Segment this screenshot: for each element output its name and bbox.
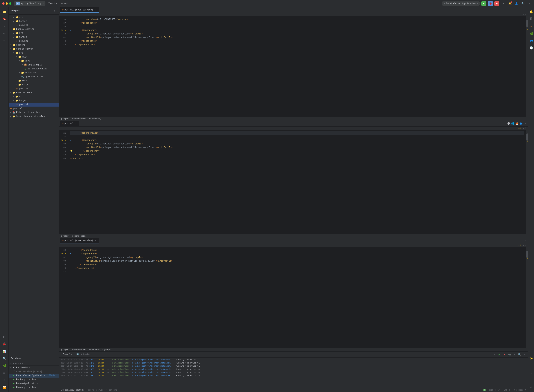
services-stop-all[interactable]: ■ (13, 362, 14, 365)
editor-tab-eureka-pom[interactable]: m pom.xml ✕ (60, 121, 79, 126)
actuator-tab[interactable]: 🔄 Actuator (74, 352, 93, 357)
expand-arrow[interactable]: ▼ (18, 60, 21, 62)
console-stop-button[interactable]: ■ (502, 353, 506, 357)
expand-arrow[interactable]: ▼ (9, 44, 12, 46)
status-breadcrumb1[interactable]: borrow-service (88, 389, 105, 391)
editor-scrollbar-2[interactable] (526, 130, 528, 234)
expand-arrow[interactable]: ▼ (9, 48, 12, 50)
services-tree[interactable]: ⬡ ■ 👁 ⚲ ⬆ + ▼ ▶ Run Dashboard // user-se… (9, 361, 59, 392)
more-button[interactable]: ⋯ (501, 1, 506, 6)
code-content-1[interactable]: <version>0.0.1-SNAPSHOT</version> </depe… (68, 16, 526, 117)
console-output[interactable]: 2024-10-18 19:22:16.467 INFO 10234 --- [… (59, 358, 528, 388)
services-eye[interactable]: 👁 (15, 362, 17, 365)
expand-arrow[interactable]: ▼ (9, 367, 12, 369)
plugins-button[interactable]: ⚙ (1, 30, 8, 37)
spring-button[interactable]: 🌿 (1, 362, 8, 369)
profiler-button[interactable]: 📊 (1, 348, 8, 355)
expand-arrow[interactable]: ▼ (9, 92, 12, 93)
console-resume-button[interactable]: ▶ (497, 353, 501, 357)
code-editor-3[interactable]: 35 36 ● 37 38 39 40 41 </dependency> (59, 247, 528, 348)
sidebar-action-btn[interactable]: ⚙ (52, 9, 57, 13)
breadcrumb-project[interactable]: project (61, 118, 70, 120)
db-button[interactable]: 🗄 (528, 16, 534, 22)
scrollbar-thumb[interactable] (526, 251, 528, 258)
services-item-eureka[interactable]: ▶ EurekaServerApplication :8888/ (9, 373, 59, 378)
maximize-button[interactable] (9, 2, 11, 5)
console-screenshot-button[interactable]: 📷 (507, 353, 512, 357)
warning-nav-up[interactable]: ∧ (522, 244, 524, 247)
sidebar-item-borrow-service[interactable]: ▼ 📁 borrow-service (9, 27, 59, 31)
services-item-book[interactable]: ▶ BookApplication (9, 378, 59, 382)
sidebar-item-target3[interactable]: ▶ 📁 target (9, 83, 59, 87)
close-button[interactable] (2, 2, 5, 5)
warning-nav-up[interactable]: ∧ (522, 127, 524, 129)
console-search-button[interactable]: 🔍 (517, 353, 522, 357)
status-line-ending[interactable]: LF (497, 389, 500, 391)
expand-arrow[interactable]: ▶ (12, 32, 15, 34)
expand-arrow[interactable]: ▼ (12, 52, 15, 54)
sidebar-item-user-service[interactable]: ▼ 📁 user-service (9, 91, 59, 95)
expand-button[interactable]: ⊕ (528, 384, 534, 391)
console-restart-button[interactable]: ↺ (492, 353, 497, 357)
maven-right-button[interactable]: m (528, 23, 534, 30)
editor-tab-book-pom[interactable]: m pom.xml (book-service) ✕ (60, 7, 99, 13)
code-content-3[interactable]: </dependency> ● <dependency> <groupId>or… (68, 247, 526, 348)
expand-arrow[interactable]: ▼ (9, 28, 12, 30)
status-position[interactable]: 42:19 (488, 389, 493, 391)
tab-close-button[interactable]: ✕ (75, 122, 77, 125)
expand-arrow[interactable]: ▶ (15, 84, 18, 86)
breadcrumb-project[interactable]: project (61, 349, 70, 351)
breadcrumb-dependencies[interactable]: dependencies (72, 349, 87, 351)
sidebar-item-src4[interactable]: ▶ 📁 src (9, 95, 59, 99)
panel-more-button[interactable]: ⋯ (523, 8, 528, 12)
sidebar-item-src1[interactable]: ▶ 📁 src (9, 15, 59, 19)
sidebar-item-org-example[interactable]: ▼ 📦 org.example (9, 63, 59, 67)
bookmarks-button[interactable]: 🔖 (1, 16, 8, 22)
status-indent[interactable]: 4 spaces (514, 389, 524, 391)
scrollbar-thumb[interactable] (526, 133, 528, 141)
minimize-button[interactable] (6, 2, 8, 5)
sidebar-item-pom4[interactable]: m pom.xml (9, 103, 59, 107)
expand-arrow[interactable]: ▼ (15, 56, 18, 58)
project-view-button[interactable]: 📁 (1, 9, 8, 15)
structure-button[interactable]: ☰ (1, 370, 8, 376)
breadcrumb-dependencies[interactable]: dependencies (72, 235, 87, 237)
services-item-user-clean[interactable]: // user-service [clean] (9, 370, 59, 373)
debug-button[interactable]: 🐞 (488, 1, 493, 6)
stop-button[interactable]: ■ (494, 1, 499, 6)
warning-nav-down[interactable]: ∨ (525, 13, 527, 16)
scroll-up-button[interactable]: ↑ (528, 362, 534, 369)
status-git-branch[interactable]: ⎇ springCloudStudy (61, 389, 84, 391)
status-breadcrumb2[interactable]: pom.xml (109, 389, 117, 391)
expand-arrow[interactable]: ▶ (15, 80, 18, 82)
expand-arrow[interactable]: ▶ (12, 36, 15, 38)
sidebar-item-commons[interactable]: ▼ 📁 commons (9, 43, 59, 47)
expand-arrow[interactable]: ▶ (12, 20, 15, 22)
expand-arrow[interactable]: ▶ (12, 96, 15, 98)
breadcrumb-dependency[interactable]: dependency (89, 118, 101, 120)
code-content-2[interactable]: <dependencies> ● <dependency> <groupId>o… (68, 130, 526, 234)
breadcrumb-dependency[interactable]: dependency (89, 349, 101, 351)
sidebar-item-ext-libs[interactable]: ▶ 📚 External Libraries (9, 111, 59, 115)
sidebar-item-resources[interactable]: ▼ 📁 resources (9, 71, 59, 75)
status-share-icon[interactable]: ⬆ (525, 389, 526, 391)
warning-nav-down[interactable]: ∨ (525, 244, 527, 247)
run-config-selector[interactable]: ◉ EurekaServerApplication ▾ (442, 1, 480, 6)
expand-arrow[interactable]: ▶ (12, 16, 15, 19)
expand-arrow[interactable]: ▶ (9, 116, 12, 117)
align-button[interactable]: ☰ (528, 377, 534, 383)
code-editor-1[interactable]: 36 37 38 39 ● 40 41 42 43 <versio (59, 16, 528, 117)
panel-more-button[interactable]: ⋯ (523, 121, 528, 126)
sidebar-item-pom-root[interactable]: m pom.xml (9, 107, 59, 111)
panel-more-button[interactable]: ⋯ (523, 238, 528, 243)
notification-button[interactable]: 🔔 (507, 1, 512, 6)
services-item-borrow[interactable]: ▶ BorrowApplication (9, 382, 59, 386)
editor-tab-user-pom[interactable]: m pom.xml (user-service) ✕ (60, 238, 99, 243)
sidebar-item-target4[interactable]: ▶ 📁 target (9, 99, 59, 103)
expand-arrow[interactable]: ▼ (18, 72, 21, 74)
console-layout-button[interactable]: ⊞ (512, 353, 517, 357)
magic-wand-button[interactable]: ✨ (528, 355, 534, 362)
sidebar-item-java[interactable]: ▼ 📁 java (9, 59, 59, 63)
expand-arrow[interactable]: ▶ (9, 112, 12, 114)
breadcrumb-groupid[interactable]: groupId (104, 349, 112, 351)
